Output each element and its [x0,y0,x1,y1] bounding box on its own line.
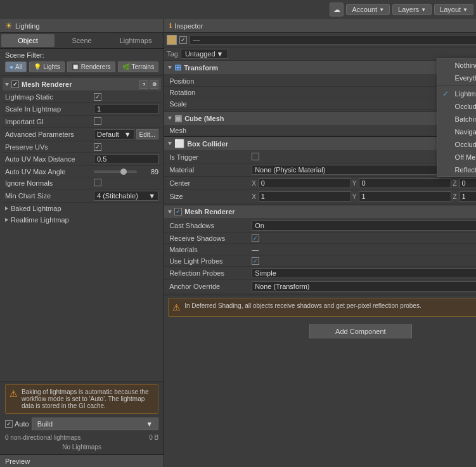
dropdown-item-navigation-static[interactable]: Navigation Static [437,125,476,138]
cube-mesh-component: ▣ Cube (Mesh Mesh [164,112,476,137]
box-collider-body: Is Trigger Material None (Physic Materia… [164,150,476,205]
tab-lightmaps[interactable]: Lightmaps [109,34,162,47]
scale-in-lightmap-label: Scale In Lightmap [5,105,94,113]
center-y-input[interactable] [359,178,451,188]
scale-label: Scale [169,100,252,108]
build-button[interactable]: Build ▼ [32,418,159,430]
auto-uv-distance-input[interactable] [94,154,158,164]
ignore-normals-checkbox[interactable] [94,179,101,186]
scale-in-lightmap-input[interactable] [94,104,158,114]
lighting-tabs: Object Scene Lightmaps [0,33,164,49]
dropdown-item-occluder-static[interactable]: Occluder Static [437,100,476,113]
object-active-checkbox[interactable] [179,36,187,44]
dropdown-item-lightmap-static[interactable]: ✓ Lightmap Static [437,87,476,100]
cast-shadows-dropdown[interactable]: On ▼ [252,221,476,231]
box-collider-icon: ⬜ [174,139,184,148]
rotation-label: Rotation [169,89,252,96]
lightmap-static-label: Lightmap Static [5,93,94,101]
mesh-renderer-checkbox[interactable] [11,80,19,88]
important-gi-row: Important GI [3,116,161,128]
cube-mesh-header[interactable]: ▣ Cube (Mesh [164,112,476,125]
reflection-probes-label: Reflection Probes [169,269,252,277]
box-collider-header[interactable]: ⬜ Box Collider [164,137,476,150]
mesh-renderer-info-icon[interactable]: ? [139,80,148,89]
center-x-input[interactable] [259,178,351,188]
reflection-probes-dropdown[interactable]: Simple ▼ [252,268,476,278]
object-name-input[interactable] [190,35,476,45]
filter-renderers-button[interactable]: 🔲 Renderers [67,61,115,72]
size-y-input[interactable] [359,191,451,202]
dropdown-item-everything[interactable]: Everything [437,72,476,84]
auto-checkbox[interactable] [5,420,13,428]
lighting-bottom: ⚠ Baking of lightmaps is automatic becau… [0,381,164,454]
advanced-params-edit-button[interactable]: Edit... [136,129,159,139]
auto-uv-angle-label: Auto UV Max Angle [5,168,94,176]
account-button[interactable]: Account ▼ [346,4,390,15]
mesh-label: Mesh [169,127,252,134]
baked-lightmap-collapsible[interactable]: Baked Lightmap [3,203,161,214]
lighting-header: ☀ Lighting [0,19,164,33]
dropdown-item-reflection-probe-static[interactable]: Reflection Probe Static [437,163,476,176]
filter-lights-button[interactable]: 💡 Lights [29,61,65,72]
cast-shadows-label: Cast Shadows [169,222,252,229]
realtime-lightmap-collapsible[interactable]: Realtime Lightmap [3,214,161,226]
dropdown-item-batching-static[interactable]: Batching Static [437,113,476,125]
inspector-mesh-renderer-title: Mesh Renderer [184,208,235,215]
mesh-label-row: Mesh [164,125,476,136]
layers-button[interactable]: Layers ▼ [392,4,432,15]
size-x-input[interactable] [259,191,351,202]
dropdown-item-nothing[interactable]: Nothing [437,59,476,72]
dropdown-item-occludee-static[interactable]: Occludee Static [437,138,476,151]
inspector-info-text: In Deferred Shading, all objects receive… [184,302,421,312]
layout-arrow-icon: ▼ [463,7,468,13]
scale-row: Scale [164,98,476,110]
tag-row: Tag Untagged ▼ [164,48,476,61]
mesh-renderer-gear-icon[interactable]: ⚙ [150,80,158,89]
is-trigger-checkbox[interactable] [252,153,259,160]
layout-button[interactable]: Layout ▼ [434,4,473,15]
realtime-lightmap-expand-icon [5,218,8,222]
size-z-input[interactable] [460,191,476,202]
center-z-input[interactable] [460,178,476,188]
preserve-uvs-checkbox[interactable] [94,143,101,151]
account-arrow-icon: ▼ [379,7,384,13]
important-gi-checkbox[interactable] [94,117,101,125]
transform-header[interactable]: ⊞ Transform [164,61,476,74]
ignore-normals-row: Ignore Normals [3,177,161,189]
object-color-box [167,35,177,45]
inspector-warn-icon: ⚠ [172,302,181,312]
auto-checkbox-label[interactable]: Auto [5,420,29,428]
filter-all-button[interactable]: ● All [5,61,27,72]
cube-mesh-title: Cube (Mesh [184,115,224,122]
add-component-button[interactable]: Add Component [309,324,412,338]
use-light-probes-checkbox[interactable] [252,257,259,265]
cast-shadows-row: Cast Shadows On ▼ [164,219,476,233]
mesh-renderer-expand-icon[interactable] [5,83,9,86]
cloud-icon[interactable]: ☁ [330,3,344,16]
min-chart-size-row: Min Chart Size 4 (Stitchable) ▼ [3,189,161,203]
inspector-mesh-renderer-checkbox[interactable] [174,208,182,215]
inspector-mesh-renderer-header[interactable]: Mesh Renderer ? ⚙ [164,205,476,218]
advanced-params-dropdown[interactable]: Default ▼ [94,129,134,139]
lighting-panel: ☀ Lighting Object Scene Lightmaps Scene … [0,19,164,467]
transform-title: Transform [184,64,218,72]
tab-object[interactable]: Object [1,34,55,47]
anchor-override-dropdown[interactable]: None (Transform) ○ [252,281,476,291]
tag-dropdown[interactable]: Untagged ▼ [181,49,228,59]
dropdown-item-off-mesh-link[interactable]: Off Mesh Link Generation [437,151,476,163]
object-bar: Static ▼ [164,33,476,48]
center-label: Center [169,179,252,187]
no-lightmaps-label: No Lightmaps [5,444,158,451]
receive-shadows-checkbox[interactable] [252,234,259,242]
warn-icon: ⚠ [10,388,18,409]
lightmap-static-checkbox[interactable] [94,93,101,101]
filter-terrains-button[interactable]: 🌿 Terrains [118,61,159,72]
tab-scene[interactable]: Scene [55,34,108,47]
baked-lightmap-expand-icon [5,207,8,210]
size-label: Size [169,193,252,200]
main-layout: ☀ Lighting Object Scene Lightmaps Scene … [0,19,476,467]
inspector-info-box: ⚠ In Deferred Shading, all objects recei… [168,298,476,317]
transform-body: Position Rotation Scale [164,74,476,111]
auto-uv-angle-slider[interactable] [94,170,137,173]
min-chart-size-dropdown[interactable]: 4 (Stitchable) ▼ [94,191,158,201]
